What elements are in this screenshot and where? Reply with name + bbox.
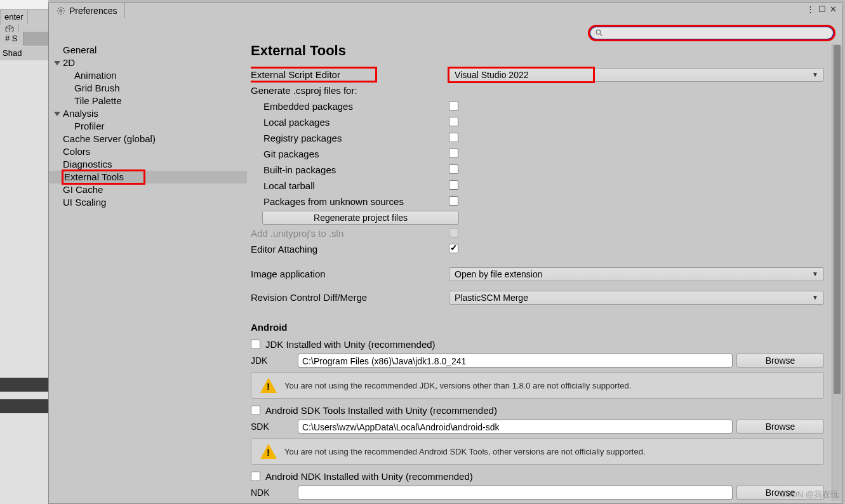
chevron-down-icon xyxy=(54,112,60,116)
preferences-title: Preferences xyxy=(69,6,117,16)
editor-attaching-checkbox[interactable] xyxy=(449,244,458,253)
editor-attaching-label: Editor Attaching xyxy=(251,244,449,255)
search-icon xyxy=(595,29,603,37)
sidebar-item-gi-cache[interactable]: GI Cache xyxy=(49,183,247,196)
underlying-subbar: Shad xyxy=(0,46,48,60)
sidebar-item-external-tools[interactable]: External Tools xyxy=(49,171,247,183)
sidebar-item-tile-palette[interactable]: Tile Palette xyxy=(49,95,247,107)
generate-csproj-label: Generate .csproj files for: xyxy=(251,85,449,96)
underlying-dark-row-1 xyxy=(0,378,48,392)
dropdown-value: Visual Studio 2022 xyxy=(455,68,529,82)
image-app-label: Image application xyxy=(251,269,449,279)
sidebar-item-profiler[interactable]: Profiler xyxy=(49,120,247,133)
gen-embedded-label: Embedded packages xyxy=(251,101,449,112)
underlying-body xyxy=(0,60,48,504)
warning-text: You are not using the recommended JDK, v… xyxy=(284,381,631,390)
chevron-down-icon: ▼ xyxy=(812,68,818,82)
warning-icon xyxy=(260,444,277,459)
sidebar-item-grid-brush[interactable]: Grid Brush xyxy=(49,82,247,95)
toolbar-btn-center[interactable]: enter xyxy=(1,10,28,24)
maximize-icon[interactable]: ☐ xyxy=(818,4,826,14)
svg-point-1 xyxy=(596,30,601,34)
jdk-path-field[interactable]: C:\Program Files (x86)\Java\jdk1.8.0_241 xyxy=(298,354,733,368)
gen-unknown-checkbox[interactable] xyxy=(449,196,458,206)
preferences-sidebar: General 2D Animation Grid Brush Tile Pal… xyxy=(49,41,247,503)
underlying-dark-row-2 xyxy=(0,399,48,413)
preferences-window: Preferences ⋮ ☐ ✕ General 2D Animation G… xyxy=(48,3,842,504)
jdk-installed-label: JDK Installed with Unity (recommended) xyxy=(265,339,436,350)
gen-git-label: Git packages xyxy=(251,149,449,159)
android-section-header: Android xyxy=(251,322,824,333)
more-icon[interactable]: ⋮ xyxy=(806,4,815,14)
ndk-label: NDK xyxy=(251,487,294,498)
chevron-down-icon: ▼ xyxy=(812,291,818,305)
gen-registry-label: Registry packages xyxy=(251,133,449,143)
sdk-path-field[interactable]: C:\Users\wzw\AppData\Local\Android\andro… xyxy=(298,420,733,434)
sidebar-item-animation[interactable]: Animation xyxy=(49,69,247,82)
gen-git-checkbox[interactable] xyxy=(449,149,458,158)
scrollbar-thumb[interactable] xyxy=(834,45,841,394)
watermark: CSDN @我在玩 xyxy=(780,489,839,500)
sidebar-item-2d[interactable]: 2D xyxy=(49,56,247,69)
sidebar-item-cache-server[interactable]: Cache Server (global) xyxy=(49,133,247,145)
ndk-installed-label: Android NDK Installed with Unity (recomm… xyxy=(265,471,473,482)
regenerate-row: Regenerate project files xyxy=(251,211,449,225)
dropdown-value: PlasticSCM Merge xyxy=(455,291,528,305)
window-controls: ⋮ ☐ ✕ xyxy=(806,4,837,14)
ndk-installed-checkbox[interactable] xyxy=(251,472,260,481)
image-app-dropdown[interactable]: Open by file extension▼ xyxy=(449,267,824,281)
gen-builtin-checkbox[interactable] xyxy=(449,164,458,174)
gen-builtin-label: Built-in packages xyxy=(251,164,449,175)
sidebar-item-colors[interactable]: Colors xyxy=(49,145,247,158)
revision-control-dropdown[interactable]: PlasticSCM Merge▼ xyxy=(449,291,824,305)
gen-registry-checkbox[interactable] xyxy=(449,133,458,142)
gen-unknown-label: Packages from unknown sources xyxy=(251,196,449,207)
sidebar-item-label: External Tools xyxy=(63,171,144,183)
warning-text: You are not using the recommended Androi… xyxy=(284,447,646,456)
regenerate-button[interactable]: Regenerate project files xyxy=(262,211,459,225)
search-input[interactable] xyxy=(589,26,834,40)
gen-local-checkbox[interactable] xyxy=(449,117,458,126)
svg-line-2 xyxy=(601,34,602,36)
close-icon[interactable]: ✕ xyxy=(830,4,837,14)
jdk-browse-button[interactable]: Browse xyxy=(736,354,824,368)
toolbar-fragment: enter xyxy=(0,10,48,25)
add-sln-label: Add .unityproj's to .sln xyxy=(251,228,449,239)
gen-tarball-checkbox[interactable] xyxy=(449,180,458,190)
sidebar-item-general[interactable]: General xyxy=(49,44,247,56)
gen-local-label: Local packages xyxy=(251,117,449,128)
dropdown-value: Open by file extension xyxy=(455,267,543,281)
sidebar-item-ui-scaling[interactable]: UI Scaling xyxy=(49,196,247,209)
sidebar-item-diagnostics[interactable]: Diagnostics xyxy=(49,158,247,171)
sdk-label: SDK xyxy=(251,421,294,432)
ndk-path-field[interactable] xyxy=(298,486,733,500)
preferences-tab[interactable]: Preferences xyxy=(49,3,125,18)
svg-point-0 xyxy=(60,10,62,12)
label-text: External Script Editor xyxy=(251,68,376,81)
chevron-down-icon xyxy=(54,61,60,65)
warning-icon xyxy=(260,378,277,393)
gen-embedded-checkbox[interactable] xyxy=(449,101,458,110)
external-script-editor-dropdown[interactable]: Visual Studio 2022 ▼ xyxy=(449,68,824,82)
add-sln-checkbox xyxy=(449,228,458,237)
sdk-installed-checkbox[interactable] xyxy=(251,406,260,415)
jdk-installed-checkbox[interactable] xyxy=(251,340,260,349)
underlying-tab-s[interactable]: # S xyxy=(0,32,23,46)
sidebar-item-label: Analysis xyxy=(63,107,98,120)
scrollbar[interactable] xyxy=(832,44,842,501)
underlying-tab-bar: # S xyxy=(0,32,48,46)
sidebar-item-analysis[interactable]: Analysis xyxy=(49,107,247,120)
external-script-editor-label: External Script Editor xyxy=(251,68,449,81)
gen-tarball-label: Local tarball xyxy=(251,180,449,191)
sdk-browse-button[interactable]: Browse xyxy=(736,420,824,434)
menubar-fragment xyxy=(0,0,48,9)
jdk-warning: You are not using the recommended JDK, v… xyxy=(251,372,824,399)
jdk-label: JDK xyxy=(251,355,294,366)
page-title: External Tools xyxy=(251,43,824,59)
sidebar-item-label: 2D xyxy=(63,56,75,69)
revision-control-label: Revision Control Diff/Merge xyxy=(251,292,449,303)
gear-icon xyxy=(57,6,65,15)
chevron-down-icon: ▼ xyxy=(812,267,818,281)
sdk-warning: You are not using the recommended Androi… xyxy=(251,438,824,465)
preferences-main: External Tools External Script Editor Vi… xyxy=(247,41,842,503)
